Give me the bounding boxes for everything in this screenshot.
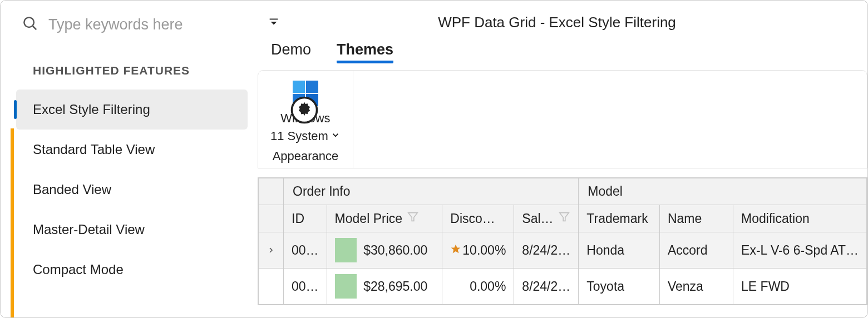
cell-name: Venza — [659, 269, 733, 305]
page-title: WPF Data Grid - Excel Style Filtering — [291, 14, 856, 31]
sidebar: HIGHLIGHTED FEATURES Excel Style Filteri… — [1, 1, 257, 317]
cell-date: 8/24/2… — [514, 232, 579, 269]
column-header-expander — [259, 205, 284, 232]
band-header-expander — [259, 178, 284, 205]
chevron-down-icon — [331, 128, 341, 144]
svg-point-0 — [24, 17, 34, 27]
column-header-label: Sal… — [522, 211, 553, 226]
data-grid: Order Info Model ID Model Price — [258, 177, 867, 305]
sidebar-nav-list: Excel Style Filtering Standard Table Vie… — [1, 90, 257, 290]
cell-modification: LE FWD — [733, 269, 867, 305]
sidebar-item-master-detail-view[interactable]: Master-Detail View — [1, 210, 257, 250]
cell-price: $30,860.00 — [327, 232, 442, 269]
theme-selector-button[interactable]: Windows 11 System — [270, 78, 341, 143]
cell-discount: 10.00% — [442, 232, 514, 269]
sidebar-section-title: HIGHLIGHTED FEATURES — [1, 48, 257, 90]
search-row — [1, 1, 257, 48]
topbar: WPF Data Grid - Excel Style Filtering De… — [257, 1, 867, 70]
sidebar-item-compact-mode[interactable]: Compact Mode — [1, 250, 257, 290]
cell-trademark: Honda — [579, 232, 660, 269]
svg-marker-9 — [408, 213, 418, 221]
filter-icon[interactable] — [407, 211, 419, 226]
cell-id: 00… — [284, 269, 327, 305]
table-row[interactable]: 00… $28,695.00 0.00% 8/24/2 — [259, 269, 867, 305]
cell-date: 8/24/2… — [514, 269, 579, 305]
row-expander[interactable] — [259, 232, 284, 269]
filter-icon[interactable] — [558, 211, 570, 226]
svg-marker-11 — [451, 244, 461, 253]
quick-access-dropdown-icon[interactable] — [268, 16, 280, 30]
column-header-discount[interactable]: Disco… — [442, 205, 514, 232]
ribbon: Windows 11 System Appearance — [258, 70, 867, 168]
search-input[interactable] — [48, 16, 238, 33]
cell-trademark: Toyota — [579, 269, 660, 305]
svg-rect-2 — [270, 18, 278, 19]
cell-modification: Ex-L V-6 6-Spd AT… — [733, 232, 867, 269]
cell-id: 00… — [284, 232, 327, 269]
column-header-modification[interactable]: Modification — [733, 205, 867, 232]
main: WPF Data Grid - Excel Style Filtering De… — [257, 1, 867, 317]
cell-price: $28,695.00 — [327, 269, 442, 305]
chevron-right-icon — [267, 246, 275, 255]
price-value: $30,860.00 — [357, 243, 434, 258]
star-icon — [450, 243, 461, 258]
theme-label-line2: 11 System — [270, 128, 328, 144]
column-header-name[interactable]: Name — [659, 205, 733, 232]
gear-icon — [289, 95, 304, 110]
price-bar — [335, 238, 357, 262]
tab-themes[interactable]: Themes — [337, 41, 393, 63]
cell-discount: 0.00% — [442, 269, 514, 305]
column-header-id[interactable]: ID — [284, 205, 327, 232]
price-value: $28,695.00 — [357, 279, 434, 294]
svg-rect-4 — [293, 81, 305, 93]
discount-value: 10.00% — [462, 243, 506, 258]
discount-value: 0.00% — [470, 279, 506, 294]
search-icon — [22, 15, 38, 34]
price-bar — [335, 274, 357, 299]
column-header-sale-date[interactable]: Sal… — [514, 205, 579, 232]
svg-marker-3 — [271, 22, 277, 25]
svg-rect-5 — [306, 81, 318, 93]
ribbon-group-title: Appearance — [273, 149, 339, 163]
column-header-model-price[interactable]: Model Price — [327, 205, 442, 232]
band-header-model[interactable]: Model — [579, 178, 867, 205]
row-expander[interactable] — [259, 269, 284, 305]
cell-name: Accord — [659, 232, 733, 269]
svg-line-1 — [33, 26, 36, 29]
band-header-order-info[interactable]: Order Info — [284, 178, 579, 205]
tab-demo[interactable]: Demo — [271, 41, 311, 63]
ribbon-group-appearance: Windows 11 System Appearance — [258, 71, 353, 168]
sidebar-item-banded-view[interactable]: Banded View — [1, 170, 257, 210]
tabs: Demo Themes — [268, 41, 856, 70]
sidebar-item-standard-table-view[interactable]: Standard Table View — [1, 130, 257, 170]
sidebar-item-excel-style-filtering[interactable]: Excel Style Filtering — [16, 90, 248, 130]
column-header-label: Model Price — [335, 211, 402, 226]
svg-marker-10 — [559, 213, 569, 221]
table-row[interactable]: 00… $30,860.00 — [259, 232, 867, 269]
windows-icon — [290, 78, 320, 108]
column-header-trademark[interactable]: Trademark — [579, 205, 660, 232]
